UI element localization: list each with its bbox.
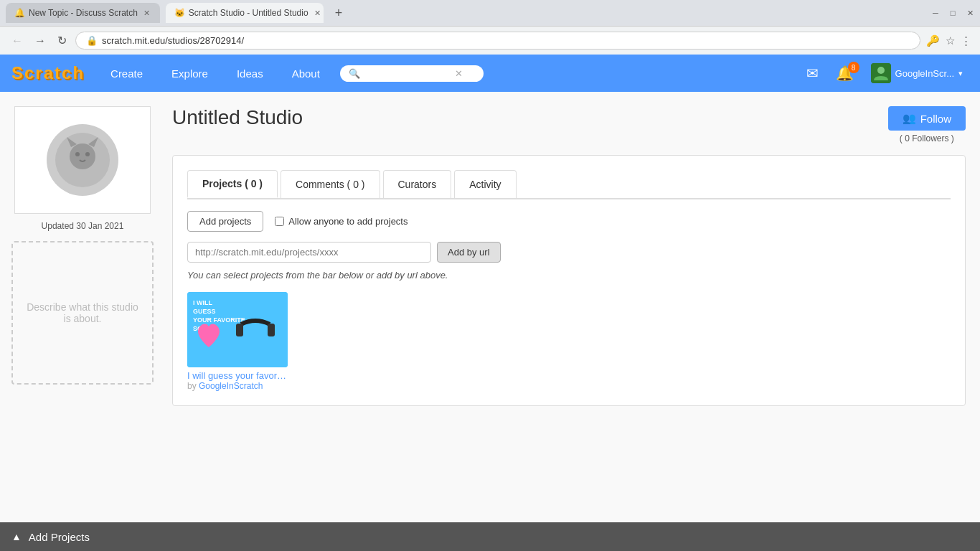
projects-grid: I WILL GUESS YOUR FAVORITE SONG xyxy=(187,292,951,391)
star-icon[interactable]: ☆ xyxy=(946,34,955,47)
browser-titlebar: 🔔 New Topic - Discuss Scratch ✕ 🐱 Scratc… xyxy=(0,0,980,26)
studio-cat-icon xyxy=(47,124,118,196)
clear-search-icon[interactable]: ✕ xyxy=(455,68,463,79)
nav-explore[interactable]: Explore xyxy=(157,55,222,92)
key-icon[interactable]: 🔑 xyxy=(926,34,940,47)
user-menu[interactable]: GoogleInScr... ▾ xyxy=(865,60,969,86)
tab2-title: Scratch Studio - Untitled Studio xyxy=(189,8,308,18)
tab-activity[interactable]: Activity xyxy=(454,170,516,198)
mail-icon[interactable]: ✉ xyxy=(801,62,824,85)
projects-tab-content: Add projects Allow anyone to add project… xyxy=(187,211,951,391)
bottom-bar[interactable]: ▲ Add Projects xyxy=(0,522,980,551)
project-author-link[interactable]: GoogleInScratch xyxy=(199,381,263,391)
browser-addressbar: ← → ↻ 🔒 scratch.mit.edu/studios/28702914… xyxy=(0,26,980,55)
updated-text: Updated 30 Jan 2021 xyxy=(11,221,154,231)
follow-section: 👥 Follow ( 0 Followers ) xyxy=(888,106,966,143)
project-thumbnail[interactable]: I WILL GUESS YOUR FAVORITE SONG xyxy=(187,292,288,367)
page-wrapper: Updated 30 Jan 2021 Describe what this s… xyxy=(0,92,980,551)
scratch-navbar: Scratch Create Explore Ideas About 🔍 ✕ ✉… xyxy=(0,55,980,92)
nav-about[interactable]: About xyxy=(278,55,334,92)
back-button[interactable]: ← xyxy=(9,32,26,50)
project-author: by GoogleInScratch xyxy=(187,381,288,391)
url-text: scratch.mit.edu/studios/28702914/ xyxy=(102,35,910,46)
logo-text: Scratch xyxy=(11,63,85,83)
address-bar-actions: 🔑 ☆ ⋮ xyxy=(926,34,971,47)
reload-button[interactable]: ↻ xyxy=(55,31,70,50)
project-tile[interactable]: I WILL GUESS YOUR FAVORITE SONG xyxy=(187,292,288,391)
tab-1[interactable]: 🔔 New Topic - Discuss Scratch ✕ xyxy=(6,3,160,23)
user-avatar xyxy=(871,63,891,83)
svg-point-6 xyxy=(75,152,80,156)
studio-title: Untitled Studio xyxy=(172,106,303,129)
allow-checkbox-text: Allow anyone to add projects xyxy=(288,216,407,227)
svg-text:I WILL: I WILL xyxy=(193,299,212,306)
studio-header: Untitled Studio 👥 Follow ( 0 Followers ) xyxy=(172,106,966,143)
add-projects-row: Add projects Allow anyone to add project… xyxy=(187,211,951,232)
svg-text:YOUR FAVORITE: YOUR FAVORITE xyxy=(193,316,245,324)
allow-checkbox[interactable] xyxy=(275,217,284,226)
lock-icon: 🔒 xyxy=(86,35,98,46)
svg-text:GUESS: GUESS xyxy=(193,308,216,315)
url-input[interactable] xyxy=(187,242,431,263)
helper-text: You can select projects from the bar bel… xyxy=(187,270,951,281)
avatar-svg xyxy=(871,63,891,83)
tab2-close[interactable]: ✕ xyxy=(313,7,322,19)
studio-sidebar: Updated 30 Jan 2021 Describe what this s… xyxy=(0,92,165,551)
studio-main-content: Untitled Studio 👥 Follow ( 0 Followers )… xyxy=(165,92,980,551)
studio-tabs: Projects ( 0 ) Comments ( 0 ) Curators A… xyxy=(187,170,951,199)
maximize-button[interactable]: □ xyxy=(948,9,957,17)
tab-projects[interactable]: Projects ( 0 ) xyxy=(187,170,278,198)
svg-rect-14 xyxy=(268,324,275,336)
notification-icon[interactable]: 🔔 8 xyxy=(830,62,859,85)
bottom-bar-label: Add Projects xyxy=(29,531,90,543)
tab1-favicon: 🔔 xyxy=(14,8,24,18)
tab1-close[interactable]: ✕ xyxy=(142,7,151,19)
search-icon: 🔍 xyxy=(349,68,360,79)
project-thumbnail-svg: I WILL GUESS YOUR FAVORITE SONG xyxy=(187,292,288,367)
forward-button[interactable]: → xyxy=(32,32,49,50)
studio-content-card: Projects ( 0 ) Comments ( 0 ) Curators A… xyxy=(172,155,966,406)
search-input[interactable] xyxy=(364,68,451,79)
notification-badge: 8 xyxy=(848,62,859,73)
studio-image-container xyxy=(14,106,151,214)
add-by-url-button[interactable]: Add by url xyxy=(437,242,501,263)
tab1-title: New Topic - Discuss Scratch xyxy=(29,8,138,18)
followers-count: ( 0 Followers ) xyxy=(900,133,954,143)
nav-create[interactable]: Create xyxy=(96,55,157,92)
nav-ideas[interactable]: Ideas xyxy=(222,55,278,92)
cat-svg xyxy=(54,131,111,189)
follow-icon: 👥 xyxy=(903,112,916,125)
minimize-button[interactable]: ─ xyxy=(931,9,940,17)
tab2-favicon: 🐱 xyxy=(174,8,184,18)
svg-point-1 xyxy=(877,67,885,74)
new-tab-button[interactable]: + xyxy=(329,3,349,24)
tab-comments[interactable]: Comments ( 0 ) xyxy=(281,170,380,198)
add-projects-button[interactable]: Add projects xyxy=(187,211,263,232)
tab-2[interactable]: 🐱 Scratch Studio - Untitled Studio ✕ xyxy=(166,3,324,23)
studio-description-box[interactable]: Describe what this studio is about. xyxy=(11,241,154,385)
address-bar[interactable]: 🔒 scratch.mit.edu/studios/28702914/ xyxy=(75,32,920,50)
svg-rect-13 xyxy=(236,324,243,336)
window-controls: ─ □ ✕ xyxy=(931,9,974,17)
nav-icons: ✉ 🔔 8 GoogleInScr... ▾ xyxy=(801,60,969,86)
scratch-logo[interactable]: Scratch xyxy=(11,63,85,83)
browser-chrome: 🔔 New Topic - Discuss Scratch ✕ 🐱 Scratc… xyxy=(0,0,980,55)
search-bar[interactable]: 🔍 ✕ xyxy=(340,65,484,82)
bottom-bar-arrow: ▲ xyxy=(11,531,22,542)
menu-icon[interactable]: ⋮ xyxy=(961,34,971,47)
dropdown-arrow: ▾ xyxy=(958,69,963,78)
svg-point-7 xyxy=(85,152,90,156)
url-row: Add by url xyxy=(187,242,951,263)
follow-button[interactable]: 👥 Follow xyxy=(888,106,966,131)
allow-checkbox-label[interactable]: Allow anyone to add projects xyxy=(275,216,407,227)
username-text: GoogleInScr... xyxy=(895,68,954,79)
project-name[interactable]: I will guess your favorit... xyxy=(187,370,288,381)
description-placeholder: Describe what this studio is about. xyxy=(24,301,141,324)
close-button[interactable]: ✕ xyxy=(966,9,974,17)
follow-label: Follow xyxy=(920,113,951,125)
tab-curators[interactable]: Curators xyxy=(383,170,452,198)
svg-point-3 xyxy=(70,143,95,169)
